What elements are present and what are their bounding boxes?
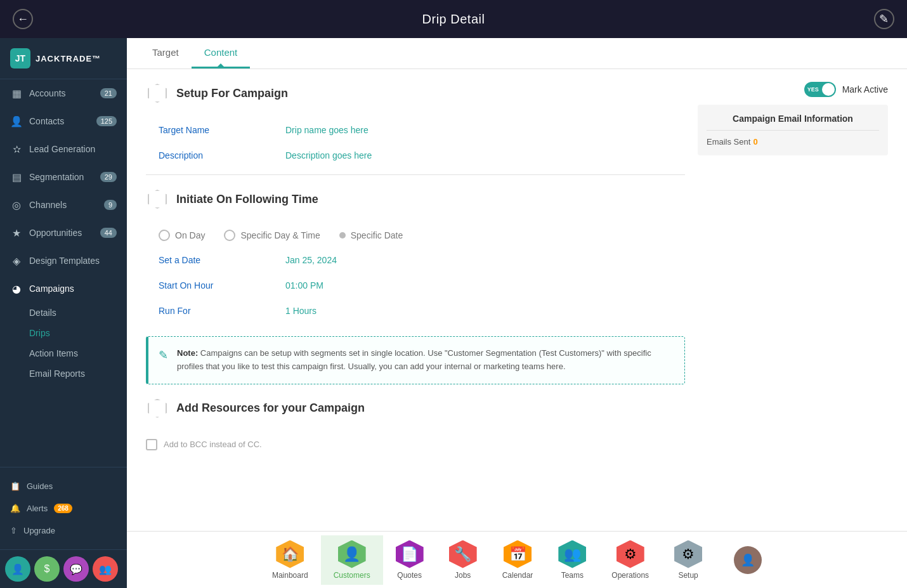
radio-specific-date[interactable]: Specific Date bbox=[339, 230, 403, 240]
nav-customers[interactable]: 👤 Customers bbox=[321, 535, 383, 585]
radio-specific-date-dot bbox=[339, 232, 346, 238]
radio-specific-date-label: Specific Date bbox=[351, 230, 403, 240]
toggle-yes-label: YES bbox=[807, 86, 819, 93]
guides-icon: 📋 bbox=[10, 481, 20, 491]
right-panel: YES Mark Active Campaign Email Informati… bbox=[698, 82, 888, 155]
mainboard-icon: 🏠 bbox=[276, 540, 304, 568]
sidebar-sub-item-action-items[interactable]: Action Items bbox=[0, 343, 127, 363]
customers-icon: 👤 bbox=[338, 540, 366, 568]
resources-section-header: Add Resources for your Campaign bbox=[146, 397, 685, 420]
note-text: Note: Campaigns can be setup with segmen… bbox=[177, 347, 674, 374]
quick-icon-person[interactable]: 👤 bbox=[5, 556, 30, 582]
sidebar-sub-item-details[interactable]: Details bbox=[0, 303, 127, 323]
quick-icon-chat[interactable]: 💬 bbox=[63, 556, 89, 582]
tab-target[interactable]: Target bbox=[140, 38, 192, 69]
customers-label: Customers bbox=[334, 571, 370, 580]
form-row-description: Description Description goes here bbox=[146, 143, 685, 168]
description-value: Description goes here bbox=[285, 150, 372, 160]
radio-specific-day-time[interactable]: Specific Day & Time bbox=[224, 230, 320, 241]
jobs-icon: 🔧 bbox=[449, 540, 477, 568]
quotes-label: Quotes bbox=[397, 571, 422, 580]
note-prefix: Note: bbox=[177, 348, 198, 358]
resources-section-title: Add Resources for your Campaign bbox=[176, 402, 365, 415]
mark-active-toggle[interactable]: YES bbox=[804, 82, 836, 97]
sidebar-item-design-templates[interactable]: ◈ Design Templates bbox=[0, 247, 127, 275]
operations-icon: ⚙ bbox=[617, 540, 644, 568]
mark-active-label: Mark Active bbox=[842, 84, 888, 95]
description-label: Description bbox=[159, 150, 273, 160]
content-scroll: YES Mark Active Campaign Email Informati… bbox=[127, 69, 907, 531]
sidebar-bottom-alerts[interactable]: 🔔 Alerts 268 bbox=[0, 497, 127, 519]
sidebar-item-contacts[interactable]: 👤 Contacts 125 bbox=[0, 107, 127, 135]
quick-icon-dollar[interactable]: $ bbox=[34, 556, 60, 582]
schedule-section-title: Initiate On Following Time bbox=[176, 193, 318, 206]
back-button[interactable]: ← bbox=[13, 9, 33, 29]
sidebar-sub-item-email-reports[interactable]: Email Reports bbox=[0, 363, 127, 384]
radio-on-day-circle bbox=[159, 230, 170, 241]
teams-icon: 👥 bbox=[558, 540, 586, 568]
schedule-hex-icon bbox=[146, 188, 169, 211]
note-edit-icon: ✎ bbox=[159, 348, 168, 362]
sidebar-item-lead-generation[interactable]: ✫ Lead Generation bbox=[0, 135, 127, 163]
radio-on-day-label: On Day bbox=[175, 230, 205, 240]
tab-content[interactable]: Content bbox=[192, 38, 251, 69]
sidebar-bottom-upgrade[interactable]: ⇧ Upgrade bbox=[0, 519, 127, 542]
form-row-run-for: Run For 1 Hours bbox=[146, 298, 685, 323]
opportunities-icon: ★ bbox=[10, 226, 23, 239]
campaign-info-title: Campaign Email Information bbox=[707, 114, 879, 131]
radio-on-day[interactable]: On Day bbox=[159, 230, 205, 241]
nav-teams[interactable]: 👥 Teams bbox=[545, 535, 599, 585]
contacts-icon: 👤 bbox=[10, 115, 23, 127]
segmentation-icon: ▤ bbox=[10, 171, 23, 183]
user-avatar: 👤 bbox=[734, 546, 762, 574]
nav-avatar[interactable]: 👤 bbox=[721, 541, 774, 579]
nav-quotes[interactable]: 📄 Quotes bbox=[383, 535, 436, 585]
sidebar: JT JACKTRADE™ ▦ Accounts 21 👤 Contacts 1… bbox=[0, 38, 127, 588]
setup-icon: ⚙ bbox=[674, 540, 702, 568]
emails-sent-label: Emails Sent bbox=[707, 137, 750, 147]
sidebar-sub-item-drips[interactable]: Drips bbox=[0, 323, 127, 343]
content-area: Target Content YES Mark Active Campai bbox=[127, 38, 907, 588]
nav-calendar[interactable]: 📅 Calendar bbox=[490, 535, 546, 585]
campaigns-icon: ◕ bbox=[10, 282, 23, 295]
bcc-checkbox[interactable] bbox=[146, 439, 157, 450]
sidebar-item-opportunities[interactable]: ★ Opportunities 44 bbox=[0, 219, 127, 247]
run-for-label: Run For bbox=[159, 306, 273, 316]
mainboard-label: Mainboard bbox=[272, 571, 308, 580]
toggle-knob bbox=[822, 83, 835, 96]
page-title: Drip Detail bbox=[422, 12, 485, 27]
divider-1 bbox=[146, 174, 685, 175]
channels-icon: ◎ bbox=[10, 199, 23, 211]
operations-label: Operations bbox=[611, 571, 649, 580]
upgrade-icon: ⇧ bbox=[10, 526, 17, 535]
setup-section-title: Setup For Campaign bbox=[176, 87, 288, 100]
quick-icon-group[interactable]: 👥 bbox=[93, 556, 118, 582]
emails-sent-row: Emails Sent 0 bbox=[707, 137, 879, 147]
main-form: Target Name Drip name goes here Descript… bbox=[146, 117, 888, 457]
set-date-value: Jan 25, 2024 bbox=[285, 255, 337, 265]
sidebar-bottom-guides[interactable]: 📋 Guides bbox=[0, 475, 127, 497]
teams-label: Teams bbox=[561, 571, 584, 580]
nav-operations[interactable]: ⚙ Operations bbox=[599, 535, 662, 585]
form-row-target-name: Target Name Drip name goes here bbox=[146, 117, 685, 143]
sidebar-quick-icons: 👤 $ 💬 👥 bbox=[0, 549, 127, 588]
schedule-section-header: Initiate On Following Time bbox=[146, 188, 685, 211]
start-hour-value: 01:00 PM bbox=[285, 280, 323, 291]
edit-button[interactable]: ✎ bbox=[874, 9, 894, 29]
sidebar-item-channels[interactable]: ◎ Channels 9 bbox=[0, 191, 127, 219]
sidebar-item-accounts[interactable]: ▦ Accounts 21 bbox=[0, 79, 127, 107]
jobs-label: Jobs bbox=[455, 571, 471, 580]
note-body: Campaigns can be setup with segments set… bbox=[177, 348, 651, 371]
target-name-value: Drip name goes here bbox=[285, 125, 369, 135]
sidebar-bottom: 📋 Guides 🔔 Alerts 268 ⇧ Upgrade bbox=[0, 467, 127, 549]
tab-bar: Target Content bbox=[127, 38, 907, 69]
nav-setup[interactable]: ⚙ Setup bbox=[662, 535, 715, 585]
nav-mainboard[interactable]: 🏠 Mainboard bbox=[259, 535, 321, 585]
radio-group: On Day Specific Day & Time Specific Date bbox=[146, 223, 685, 247]
bcc-row: Add to BCC instead of CC. bbox=[146, 433, 685, 457]
target-name-label: Target Name bbox=[159, 125, 273, 135]
nav-jobs[interactable]: 🔧 Jobs bbox=[436, 535, 490, 585]
note-box: ✎ Note: Campaigns can be setup with segm… bbox=[146, 336, 685, 384]
sidebar-item-campaigns[interactable]: ◕ Campaigns bbox=[0, 275, 127, 303]
sidebar-item-segmentation[interactable]: ▤ Segmentation 29 bbox=[0, 163, 127, 191]
